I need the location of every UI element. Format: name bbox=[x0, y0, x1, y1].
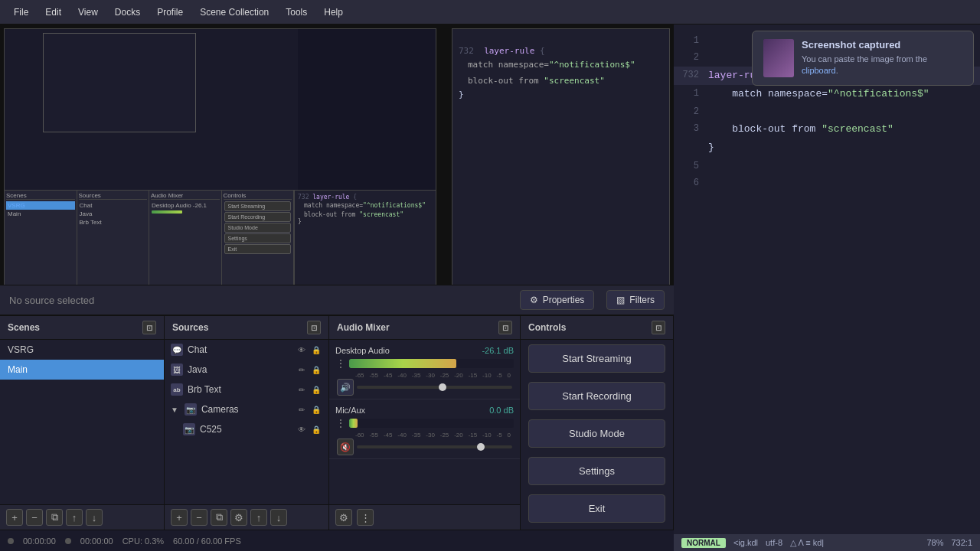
stream-status-indicator bbox=[8, 538, 14, 544]
mic-volume-slider[interactable] bbox=[357, 445, 512, 448]
menu-scene-collection[interactable]: Scene Collection bbox=[192, 4, 276, 21]
brbtext-lock-btn[interactable]: 🔒 bbox=[310, 383, 322, 396]
scenes-maximize-btn[interactable]: ⊡ bbox=[142, 321, 156, 334]
menu-help[interactable]: Help bbox=[316, 4, 351, 21]
code-editor-status-bar: NORMAL <ig.kdl utf-8 △ Λ ≡ kd| 78% 732:1 bbox=[674, 534, 980, 551]
duplicate-scene-button[interactable]: ⧉ bbox=[46, 509, 63, 526]
chat-lock-btn[interactable]: 🔒 bbox=[310, 344, 322, 356]
desktop-audio-scale: -65-55-45-40-35-30-25-20-15-10-50 bbox=[352, 372, 514, 379]
obs-status-bar: 00:00:00 00:00:00 CPU: 0.3% 60.00 / 60.0… bbox=[0, 530, 674, 551]
source-item-java[interactable]: 🖼 Java ✏ 🔒 bbox=[165, 360, 328, 380]
desktop-audio-channel: Desktop Audio -26.1 dB ⋮ -65-55-45-40-35… bbox=[329, 340, 520, 399]
nested-inner-window bbox=[43, 33, 196, 132]
c525-source-label: C525 bbox=[200, 424, 222, 435]
chat-visibility-btn[interactable]: 👁 bbox=[296, 344, 308, 356]
source-settings-button[interactable]: ⚙ bbox=[230, 509, 247, 526]
remove-source-button[interactable]: − bbox=[191, 509, 207, 526]
source-item-c525[interactable]: 📷 C525 👁 🔒 bbox=[165, 419, 328, 439]
nested-bottom-panels: Scenes VSRG Main Sources Chat Java Brb T… bbox=[5, 190, 436, 285]
cameras-source-icon: 📷 bbox=[185, 403, 197, 416]
java-edit-btn[interactable]: ✏ bbox=[296, 364, 308, 376]
line-number: 6 bbox=[674, 175, 708, 191]
toast-content: Screenshot captured You can paste the im… bbox=[802, 39, 962, 77]
filters-button[interactable]: ▧ Filters bbox=[606, 290, 665, 310]
main-content: Scenes VSRG Main Sources Chat Java Brb T… bbox=[0, 24, 980, 551]
toast-thumbnail bbox=[763, 39, 794, 77]
menu-profile[interactable]: Profile bbox=[149, 4, 191, 21]
java-lock-btn[interactable]: 🔒 bbox=[310, 364, 322, 376]
menu-tools[interactable]: Tools bbox=[278, 4, 315, 21]
move-scene-down-button[interactable]: ↓ bbox=[86, 509, 103, 526]
scene-item-vsrg[interactable]: VSRG bbox=[0, 340, 164, 360]
settings-button[interactable]: Settings bbox=[528, 457, 665, 485]
menu-bar: File Edit View Docks Profile Scene Colle… bbox=[0, 0, 980, 24]
code-text: } bbox=[708, 139, 714, 156]
scenes-header-actions: ⊡ bbox=[142, 321, 156, 334]
add-scene-button[interactable]: + bbox=[6, 509, 23, 526]
mic-audio-menu-btn[interactable]: ⋮ bbox=[335, 417, 346, 429]
mic-mute-button[interactable]: 🔇 bbox=[337, 439, 354, 455]
cameras-source-label: Cameras bbox=[201, 404, 239, 415]
move-source-down-button[interactable]: ↓ bbox=[270, 509, 287, 526]
menu-docks[interactable]: Docks bbox=[107, 4, 148, 21]
properties-bar: No source selected ⚙ Properties ▧ Filter… bbox=[0, 285, 674, 315]
audio-settings-button[interactable]: ⚙ bbox=[335, 509, 352, 526]
brbtext-edit-btn[interactable]: ✏ bbox=[296, 383, 308, 396]
sources-panel: Sources ⊡ 💬 Chat 👁 🔒 � bbox=[165, 316, 329, 530]
desktop-audio-menu-btn[interactable]: ⋮ bbox=[335, 357, 346, 370]
properties-icon: ⚙ bbox=[530, 295, 538, 305]
toast-clipboard-link[interactable]: clipboard bbox=[802, 66, 836, 75]
java-source-actions: ✏ 🔒 bbox=[296, 364, 322, 376]
desktop-volume-slider[interactable] bbox=[357, 386, 512, 389]
desktop-audio-meter bbox=[349, 359, 514, 368]
exit-button[interactable]: Exit bbox=[528, 494, 665, 523]
controls-panel-header: Controls ⊡ bbox=[521, 316, 673, 340]
start-recording-button[interactable]: Start Recording bbox=[528, 382, 665, 410]
menu-view[interactable]: View bbox=[70, 4, 106, 21]
cameras-edit-btn[interactable]: ✏ bbox=[296, 403, 308, 416]
desktop-mute-button[interactable]: 🔊 bbox=[337, 379, 354, 396]
c525-source-actions: 👁 🔒 bbox=[296, 423, 322, 435]
editor-mode-badge: NORMAL bbox=[681, 538, 726, 548]
source-item-brbtext[interactable]: ab Brb Text ✏ 🔒 bbox=[165, 380, 328, 399]
sources-maximize-btn[interactable]: ⊡ bbox=[307, 321, 321, 334]
mic-audio-meter bbox=[349, 419, 514, 428]
menu-file[interactable]: File bbox=[6, 4, 36, 21]
start-streaming-button[interactable]: Start Streaming bbox=[528, 344, 665, 373]
c525-lock-btn[interactable]: 🔒 bbox=[310, 423, 322, 435]
line-number: 1 bbox=[674, 86, 708, 103]
fps-status: 60.00 / 60.00 FPS bbox=[173, 536, 241, 546]
nested-obs-window: Scenes VSRG Main Sources Chat Java Brb T… bbox=[4, 28, 436, 285]
audio-menu-button[interactable]: ⋮ bbox=[357, 509, 374, 526]
nested-controls-col: Controls Start Streaming Start Recording… bbox=[222, 191, 295, 285]
nested-dark-panel bbox=[298, 29, 436, 190]
code-line-match: 1 match namespace="^notifications$" bbox=[674, 85, 980, 103]
java-source-icon: 🖼 bbox=[171, 364, 183, 376]
properties-button[interactable]: ⚙ Properties bbox=[520, 290, 595, 310]
remove-scene-button[interactable]: − bbox=[26, 509, 43, 526]
scene-item-main[interactable]: Main bbox=[0, 360, 164, 380]
mic-audio-scale: -60-55-45-40-35-30-25-20-15-10-50 bbox=[352, 432, 514, 439]
c525-visibility-btn[interactable]: 👁 bbox=[296, 423, 308, 435]
source-item-cameras[interactable]: ▼ 📷 Cameras ✏ 🔒 bbox=[165, 399, 328, 419]
code-line-empty2: 2 bbox=[674, 103, 980, 120]
desktop-audio-db: -26.1 dB bbox=[482, 346, 514, 355]
studio-mode-button[interactable]: Studio Mode bbox=[528, 419, 665, 448]
controls-maximize-btn[interactable]: ⊡ bbox=[652, 321, 665, 334]
duplicate-source-button[interactable]: ⧉ bbox=[211, 509, 227, 526]
cameras-lock-btn[interactable]: 🔒 bbox=[310, 403, 322, 416]
source-item-chat[interactable]: 💬 Chat 👁 🔒 bbox=[165, 340, 328, 360]
move-source-up-button[interactable]: ↑ bbox=[250, 509, 267, 526]
move-scene-up-button[interactable]: ↑ bbox=[66, 509, 83, 526]
scenes-panel: Scenes ⊡ VSRG Main + − ⧉ ↑ ↓ bbox=[0, 316, 165, 530]
scroll-percent: 78% bbox=[926, 538, 943, 547]
code-editor[interactable]: 1 2 732 layer-rule { 1 match namespace="… bbox=[674, 24, 980, 534]
add-source-button[interactable]: + bbox=[171, 509, 188, 526]
code-text: match namespace="^notifications$" bbox=[708, 86, 929, 103]
controls-title: Controls bbox=[528, 322, 566, 333]
filters-icon: ▧ bbox=[616, 295, 625, 305]
brbtext-source-label: Brb Text bbox=[188, 384, 221, 395]
menu-edit[interactable]: Edit bbox=[38, 4, 69, 21]
audio-maximize-btn[interactable]: ⊡ bbox=[498, 321, 512, 334]
scenes-footer: + − ⧉ ↑ ↓ bbox=[0, 504, 164, 530]
